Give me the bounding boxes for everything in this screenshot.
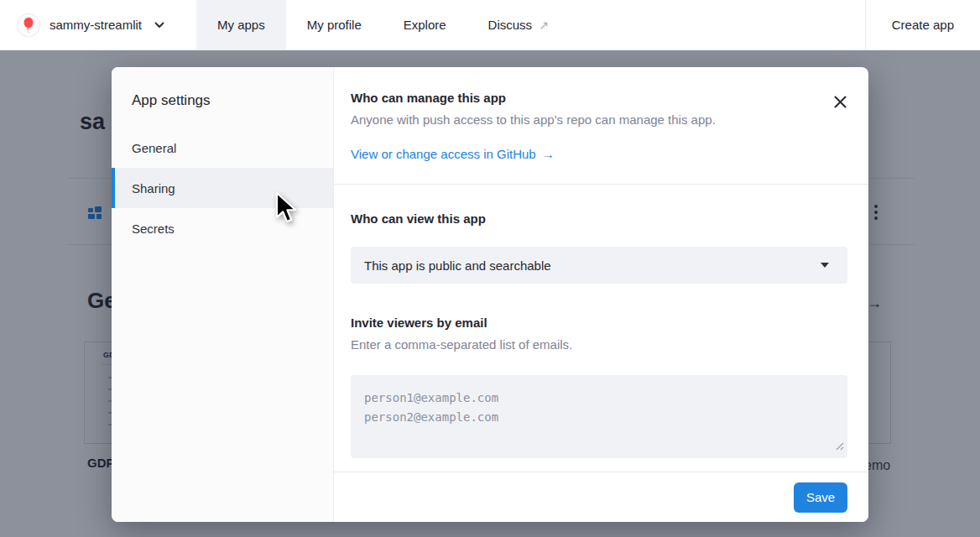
sidebar-item-secrets[interactable]: Secrets — [112, 208, 333, 248]
invite-section-title: Invite viewers by email — [351, 315, 847, 330]
invite-email-textarea[interactable] — [351, 375, 847, 458]
manage-section-subtitle: Anyone with push access to this app's re… — [351, 112, 847, 127]
manage-section: Who can manage this app Anyone with push… — [334, 67, 868, 185]
tab-my-profile[interactable]: My profile — [286, 0, 383, 50]
balloon-icon — [21, 17, 36, 34]
github-access-link[interactable]: View or change access in GitHub → — [351, 147, 555, 161]
sharing-panel: Who can manage this app Anyone with push… — [334, 67, 868, 522]
modal-footer: Save — [334, 472, 868, 522]
arrow-right-icon: → — [542, 147, 555, 161]
invite-email-field-wrap — [351, 375, 847, 458]
sidebar-item-general[interactable]: General — [112, 128, 333, 168]
tab-explore-label: Explore — [404, 18, 446, 32]
workspace-switcher[interactable]: sammy-streamlit — [0, 0, 181, 50]
tab-discuss[interactable]: Discuss ↗ — [467, 0, 570, 50]
workspace-avatar — [17, 13, 40, 37]
external-link-icon: ↗ — [539, 18, 549, 32]
manage-section-title: Who can manage this app — [351, 91, 847, 105]
sidebar-item-sharing-label: Sharing — [132, 181, 175, 196]
sidebar-item-secrets-label: Secrets — [132, 222, 175, 236]
app-settings-sidebar: App settings General Sharing Secrets — [112, 67, 334, 522]
tab-explore[interactable]: Explore — [383, 0, 467, 50]
create-app-button[interactable]: Create app — [865, 0, 980, 50]
github-access-link-label: View or change access in GitHub — [351, 147, 536, 161]
invite-section: Invite viewers by email Enter a comma-se… — [351, 315, 847, 458]
top-navbar: sammy-streamlit My apps My profile Explo… — [0, 0, 980, 50]
workspace-name: sammy-streamlit — [50, 18, 142, 32]
close-icon[interactable] — [832, 94, 847, 109]
create-app-label: Create app — [892, 18, 954, 32]
caret-down-icon — [821, 263, 829, 268]
tab-my-profile-label: My profile — [307, 18, 362, 32]
tab-my-apps-label: My apps — [217, 18, 265, 32]
sidebar-item-general-label: General — [132, 141, 176, 155]
tab-discuss-label: Discuss — [488, 18, 533, 32]
visibility-dropdown[interactable]: This app is public and searchable — [351, 247, 847, 284]
visibility-dropdown-value: This app is public and searchable — [364, 258, 551, 273]
chevron-down-icon — [154, 22, 164, 29]
nav-tabs: My apps My profile Explore Discuss ↗ — [196, 0, 570, 50]
app-settings-title: App settings — [112, 67, 333, 128]
view-section-title: Who can view this app — [351, 211, 847, 226]
invite-section-subtitle: Enter a comma-separated list of emails. — [351, 337, 847, 352]
sidebar-item-sharing[interactable]: Sharing — [112, 168, 333, 208]
tab-my-apps[interactable]: My apps — [196, 0, 286, 50]
save-button[interactable]: Save — [794, 482, 847, 513]
app-settings-modal: App settings General Sharing Secrets Who… — [112, 67, 868, 522]
sharing-panel-body: Who can view this app This app is public… — [334, 185, 868, 472]
